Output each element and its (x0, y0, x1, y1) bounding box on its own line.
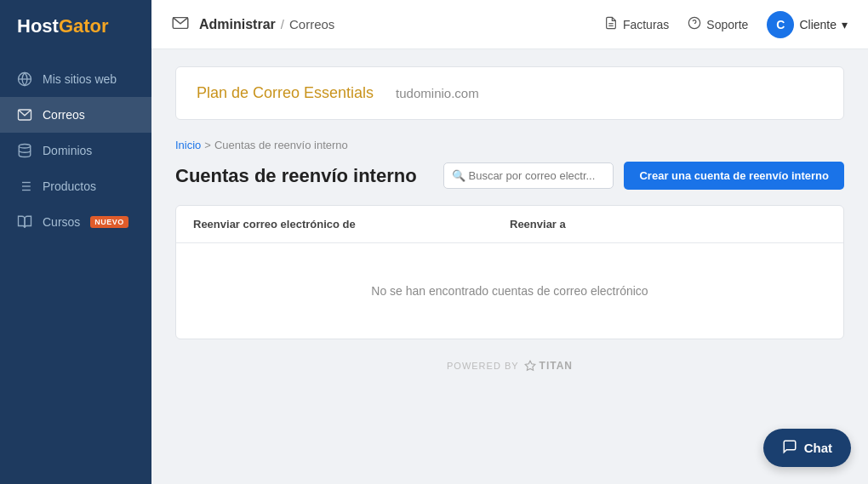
breadcrumb-inicio[interactable]: Inicio (175, 139, 201, 151)
create-button[interactable]: Crear una cuenta de reenvío interno (624, 162, 844, 190)
disk-icon (17, 143, 32, 158)
email-icon (17, 107, 32, 122)
svg-point-3 (19, 145, 31, 149)
search-icon: 🔍 (452, 169, 465, 182)
section-actions: 🔍 Crear una cuenta de reenvío interno (443, 162, 844, 190)
globe-icon (17, 71, 32, 87)
table-header: Reenviar correo electrónico de Reenviar … (176, 206, 843, 243)
sidebar-nav: Mis sitios web Correos Dominios (0, 61, 151, 240)
col-from-header: Reenviar correo electrónico de (193, 218, 510, 231)
book-icon (17, 214, 32, 230)
search-input[interactable] (443, 162, 614, 189)
sidebar-label-productos: Productos (43, 179, 96, 193)
sidebar-item-dominios[interactable]: Dominios (0, 133, 151, 168)
breadcrumb-sep: > (204, 139, 211, 151)
table-card: Reenviar correo electrónico de Reenviar … (175, 205, 844, 339)
svg-point-13 (689, 17, 700, 28)
breadcrumb: Inicio > Cuentas de reenvío interno (175, 139, 844, 151)
titan-brand: TITAN (524, 360, 573, 372)
cursos-badge: NUEVO (90, 216, 128, 228)
user-menu[interactable]: C Cliente ▾ (767, 11, 848, 38)
page-title: Cuentas de reenvío interno (175, 165, 417, 187)
chat-label: Chat (804, 441, 832, 455)
list-icon (17, 179, 32, 194)
soporte-label: Soporte (706, 18, 748, 31)
plan-card: Plan de Correo Essentials tudominio.com (175, 66, 844, 120)
sidebar: HostGator Mis sitios web Correos (0, 0, 151, 484)
topbar-correos: Correos (289, 17, 334, 31)
sidebar-item-productos[interactable]: Productos (0, 168, 151, 204)
chevron-down-icon: ▾ (842, 18, 848, 31)
col-to-header: Reenviar a (510, 218, 826, 231)
topbar-sep: / (281, 17, 284, 31)
breadcrumb-current: Cuentas de reenvío interno (214, 139, 348, 151)
topbar-breadcrumb: Administrar / Correos (199, 17, 334, 32)
facturas-link[interactable]: Facturas (604, 16, 669, 32)
topbar-right: Facturas Soporte C Cliente ▾ (604, 11, 848, 38)
chat-icon (782, 439, 797, 457)
mail-icon (172, 16, 189, 33)
logo-gator: Gator (59, 15, 109, 37)
soporte-link[interactable]: Soporte (688, 16, 748, 32)
sidebar-label-cursos: Cursos (43, 215, 80, 229)
svg-marker-15 (525, 361, 535, 370)
sidebar-item-mis-sitios[interactable]: Mis sitios web (0, 61, 151, 97)
avatar: C (767, 11, 794, 38)
powered-by-label: POWERED BY (447, 361, 519, 371)
facturas-icon (604, 16, 618, 32)
plan-domain: tudominio.com (396, 86, 479, 100)
question-icon (688, 16, 701, 32)
table-empty-message: No se han encontrado cuentas de correo e… (176, 243, 843, 339)
powered-by: POWERED BY TITAN (175, 360, 844, 372)
logo: HostGator (0, 0, 151, 53)
main-area: Administrar / Correos Facturas (151, 0, 868, 484)
search-wrap: 🔍 (443, 162, 614, 189)
cliente-label: Cliente (799, 18, 837, 31)
section-header: Cuentas de reenvío interno 🔍 Crear una c… (175, 162, 844, 190)
sidebar-label-dominios: Dominios (43, 144, 92, 157)
sidebar-label-correos: Correos (43, 108, 85, 122)
logo-host: Host (17, 15, 59, 37)
sidebar-item-cursos[interactable]: Cursos NUEVO (0, 204, 151, 240)
facturas-label: Facturas (623, 18, 669, 31)
topbar-admin-link: Administrar (199, 17, 276, 32)
content: Plan de Correo Essentials tudominio.com … (151, 49, 868, 484)
topbar: Administrar / Correos Facturas (151, 0, 868, 49)
plan-title: Plan de Correo Essentials (197, 84, 374, 102)
sidebar-item-correos[interactable]: Correos (0, 97, 151, 133)
sidebar-label-mis-sitios: Mis sitios web (43, 72, 117, 86)
chat-button[interactable]: Chat (763, 429, 851, 467)
